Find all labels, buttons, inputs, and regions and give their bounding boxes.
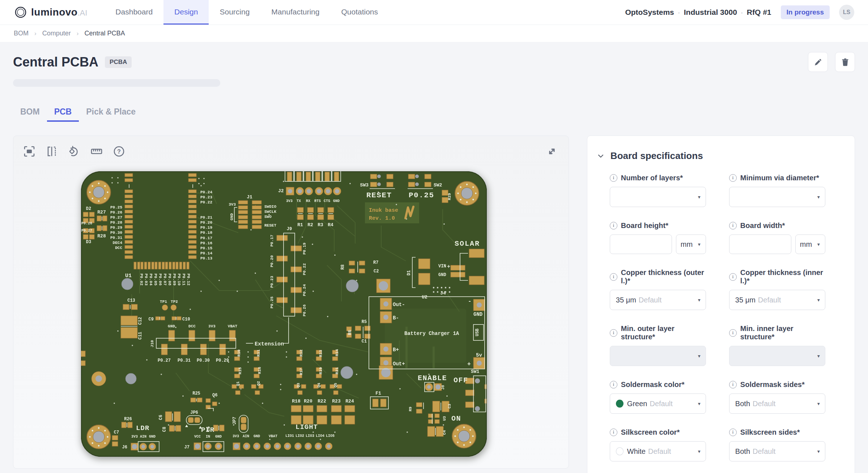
fit-view-button[interactable] (23, 145, 36, 158)
info-icon[interactable]: i (610, 329, 617, 337)
field-select[interactable]: BothDefault▾ (729, 441, 825, 461)
field-label: iBoard height* (610, 222, 706, 230)
field-select[interactable]: ▾ (729, 187, 825, 207)
pcb-silkscreen-label: VBAT (269, 434, 277, 438)
spec-field: iMin. outer layer structure*▾ (610, 324, 706, 366)
pcb-silkscreen-label: D3 (86, 240, 91, 245)
pcb-silkscreen-label: LIGHT (295, 423, 318, 431)
pcb-image[interactable]: D2R27P0.26P0.27R28D3P0.25P0.26P0.27P0.28… (81, 171, 487, 457)
pcb-silkscreen-label: PIR (201, 426, 214, 434)
nav-item-sourcing[interactable]: Sourcing (209, 0, 260, 25)
info-icon[interactable]: i (610, 174, 617, 182)
pcb-silkscreen-label: P0.11 (182, 274, 186, 285)
pcb-silkscreen-label: IN (206, 435, 210, 439)
pcb-silkscreen-label: R22 (318, 399, 326, 404)
chevron-down-icon[interactable] (597, 152, 605, 160)
select-value: 35 μm (616, 296, 636, 304)
expand-button[interactable] (545, 145, 558, 158)
tab-pcb[interactable]: PCB (47, 103, 79, 122)
pcb-silkscreen-label: P0.31 (110, 236, 122, 240)
tab-pick-place[interactable]: Pick & Place (79, 103, 143, 122)
nav-item-quotations[interactable]: Quotations (330, 0, 389, 25)
pcb-silkscreen-label: R3 (318, 222, 323, 228)
field-select[interactable]: WhiteDefault▾ (610, 441, 706, 461)
help-icon: ? (113, 145, 125, 158)
pcb-silkscreen-label: R24 (345, 399, 354, 404)
pcb-silkscreen-label: VIN (438, 264, 446, 269)
pcb-silkscreen-label: GND (230, 213, 234, 220)
select-default-hint: Default (753, 400, 775, 408)
pcb-silkscreen-label: J2 (278, 188, 284, 194)
nav-item-manufacturing[interactable]: Manufacturing (260, 0, 330, 25)
context-part: OptoSystems (625, 8, 674, 17)
spec-field: iSilkscreen sides*BothDefault▾ (729, 428, 825, 461)
pcb-silkscreen-label: USB (475, 328, 480, 336)
unit-select[interactable]: mm▾ (795, 235, 825, 254)
pcb-silkscreen-label: R16 (258, 367, 262, 374)
pcb-silkscreen-label: P0.25 (409, 191, 434, 199)
pcb-silkscreen-label: P0.10 (177, 274, 181, 285)
pcb-silkscreen-label: LIO5 (326, 434, 335, 438)
pcb-silkscreen-label: P0.03 (144, 274, 148, 285)
breadcrumb-item[interactable]: BOM (14, 30, 29, 37)
info-icon[interactable]: i (610, 222, 617, 229)
tab-bom[interactable]: BOM (13, 103, 47, 122)
mirror-icon (46, 145, 58, 158)
spec-field: iBoard height*mm▾ (610, 222, 706, 254)
pcb-silkscreen-label: Battery Charger 1A (404, 331, 459, 336)
pcb-silkscreen-label: 5v (476, 352, 482, 358)
info-icon[interactable]: i (729, 429, 737, 436)
field-input[interactable] (610, 235, 672, 254)
field-select[interactable]: ▾ (729, 346, 825, 366)
pcb-silkscreen-label: RESET (264, 223, 276, 228)
field-select[interactable]: 35 μmDefault▾ (610, 290, 706, 310)
pcb-silkscreen-label: GND (168, 324, 175, 328)
nav-item-dashboard[interactable]: Dashboard (105, 0, 163, 25)
caret-down-icon: ▾ (817, 353, 820, 359)
unit-select[interactable]: mm▾ (676, 235, 706, 254)
caret-down-icon: ▾ (817, 241, 820, 247)
info-icon[interactable]: i (729, 222, 737, 229)
pcb-silkscreen-label: P0.07 (163, 274, 167, 285)
field-select[interactable]: ▾ (610, 346, 706, 366)
unit-input-row: mm▾ (610, 235, 706, 254)
delete-button[interactable] (835, 52, 855, 72)
info-icon[interactable]: i (729, 174, 737, 182)
rotate-button[interactable] (68, 145, 81, 158)
mirror-button[interactable] (45, 145, 58, 158)
spec-field: iMin. inner layer structure*▾ (729, 324, 825, 366)
pcb-silkscreen-label: C4 (442, 430, 447, 435)
measure-button[interactable] (90, 145, 103, 158)
help-button[interactable]: ? (112, 145, 125, 158)
breadcrumb-item[interactable]: Computer (42, 30, 71, 37)
pcb-silkscreen-label: Inuk base (369, 207, 398, 214)
edit-button[interactable] (808, 52, 828, 72)
pcb-silkscreen-label: J7 (184, 445, 190, 450)
pcb-silkscreen-label: R27 (97, 210, 106, 215)
pcb-silkscreen-label: R13 (319, 350, 323, 357)
color-swatch (616, 400, 624, 408)
pcb-viewer-panel: ? D2R27P0.26P0.27R28D3P0.25P0.26P0.27P0.… (13, 136, 569, 469)
field-label-text: Board width* (740, 222, 785, 230)
info-icon[interactable]: i (729, 329, 737, 337)
field-input[interactable] (729, 235, 791, 254)
avatar[interactable]: LS (839, 5, 854, 20)
info-icon[interactable]: i (610, 429, 617, 436)
pcb-silkscreen-label: P0.20 (270, 255, 274, 267)
field-select[interactable]: BothDefault▾ (729, 394, 825, 414)
app-logo[interactable]: luminovo.AI (14, 0, 87, 25)
info-icon[interactable]: i (729, 381, 737, 388)
pcb-silkscreen-label: + (447, 264, 450, 270)
nav-item-design[interactable]: Design (163, 0, 209, 25)
field-label-text: Soldermask sides* (740, 380, 805, 389)
field-select[interactable]: ▾ (610, 187, 706, 207)
color-swatch (616, 447, 624, 455)
pcb-silkscreen-label: J9 (287, 227, 292, 232)
info-icon[interactable]: i (610, 273, 617, 281)
project-context: OptoSystems·Industrial 3000·RfQ #1 (625, 8, 771, 17)
breadcrumb: BOM›Computer›Central PCBA (0, 25, 868, 42)
info-icon[interactable]: i (610, 381, 617, 388)
info-icon[interactable]: i (729, 273, 737, 281)
field-select[interactable]: GreenDefault▾ (610, 394, 706, 414)
field-select[interactable]: 35 μmDefault▾ (729, 290, 825, 310)
